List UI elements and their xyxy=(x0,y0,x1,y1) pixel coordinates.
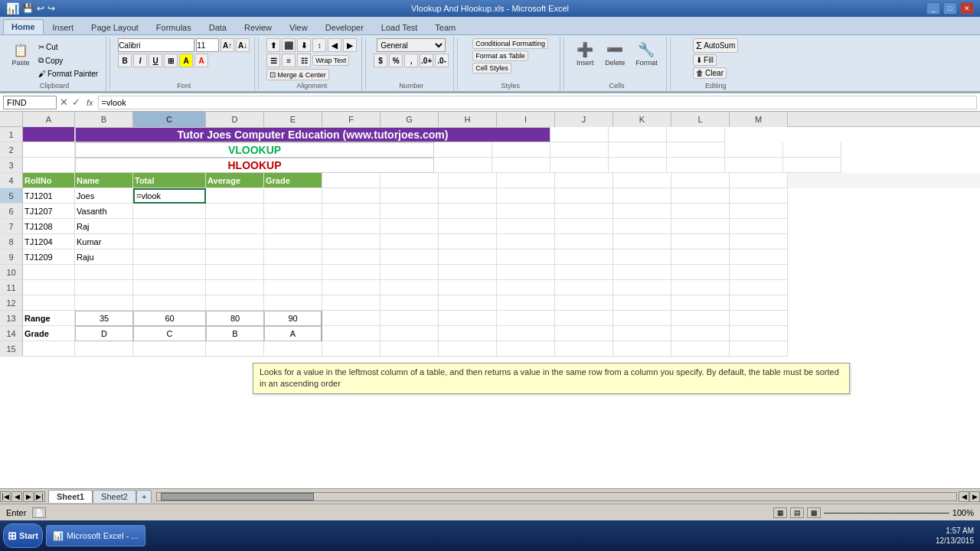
sheet-tab-1[interactable]: Sheet1 xyxy=(48,490,93,503)
cell-a2[interactable] xyxy=(23,142,75,158)
tab-home[interactable]: Home xyxy=(3,19,44,34)
delete-button[interactable]: ➖ Delete xyxy=(601,38,629,69)
cell-k6[interactable] xyxy=(613,204,671,219)
cell-a12[interactable] xyxy=(23,295,75,311)
cell-b12[interactable] xyxy=(75,295,133,311)
cell-m12[interactable] xyxy=(730,295,788,311)
row-header-4[interactable]: 4 xyxy=(0,173,23,188)
cell-m8[interactable] xyxy=(730,234,788,249)
autosum-button[interactable]: Σ AutoSum xyxy=(693,38,738,53)
tab-developer[interactable]: Developer xyxy=(317,20,372,34)
align-middle-button[interactable]: ⬛ xyxy=(282,38,296,52)
cell-i10[interactable] xyxy=(497,265,555,280)
tab-data[interactable]: Data xyxy=(201,20,235,34)
align-right-button[interactable]: ☷ xyxy=(297,54,311,67)
cell-k11[interactable] xyxy=(613,280,671,295)
cell-g3[interactable] xyxy=(434,158,492,173)
cell-m4[interactable] xyxy=(730,173,788,188)
row-header-13[interactable]: 13 xyxy=(0,311,23,326)
cell-h9[interactable] xyxy=(439,249,497,265)
cell-l5[interactable] xyxy=(671,188,730,204)
cell-e11[interactable] xyxy=(264,280,322,295)
cell-f8[interactable] xyxy=(322,234,381,249)
cell-b4[interactable]: Name xyxy=(75,173,133,188)
currency-button[interactable]: $ xyxy=(374,54,387,67)
row-header-15[interactable]: 15 xyxy=(0,341,23,357)
cell-k3[interactable] xyxy=(667,158,725,173)
cell-i5[interactable] xyxy=(497,188,555,204)
wrap-text-button[interactable]: Wrap Text xyxy=(312,55,349,66)
cell-l15[interactable] xyxy=(671,341,730,357)
cut-button[interactable]: ✂ Cut xyxy=(35,41,101,53)
tab-page-layout[interactable]: Page Layout xyxy=(83,20,147,34)
cell-h6[interactable] xyxy=(439,204,497,219)
cell-i9[interactable] xyxy=(497,249,555,265)
scroll-right-button[interactable]: ▶ xyxy=(969,491,980,502)
font-name-input[interactable] xyxy=(118,38,194,52)
quick-access-undo[interactable]: ↩ xyxy=(37,3,44,14)
cell-m9[interactable] xyxy=(730,249,788,265)
cell-a5[interactable]: TJ1201 xyxy=(23,188,75,204)
row-header-11[interactable]: 11 xyxy=(0,280,23,295)
cancel-formula-button[interactable]: ✕ xyxy=(58,96,70,108)
cell-j7[interactable] xyxy=(555,219,613,234)
col-header-i[interactable]: I xyxy=(497,112,555,127)
cell-i4[interactable] xyxy=(497,173,555,188)
cell-m5[interactable] xyxy=(730,188,788,204)
cell-f4[interactable] xyxy=(322,173,381,188)
cell-a6[interactable]: TJ1207 xyxy=(23,204,75,219)
cell-d10[interactable] xyxy=(206,265,264,280)
cell-e6[interactable] xyxy=(264,204,322,219)
cell-m1[interactable] xyxy=(667,127,725,142)
scroll-thumb[interactable] xyxy=(161,493,314,500)
cell-b8[interactable]: Kumar xyxy=(75,234,133,249)
cell-g4[interactable] xyxy=(381,173,439,188)
cell-l3[interactable] xyxy=(725,158,783,173)
cell-h2[interactable] xyxy=(492,142,550,158)
cell-i3[interactable] xyxy=(550,158,609,173)
cell-b11[interactable] xyxy=(75,280,133,295)
sheet-nav-first[interactable]: |◀ xyxy=(0,491,11,502)
row-header-3[interactable]: 3 xyxy=(0,158,23,173)
cell-k1[interactable] xyxy=(550,127,609,142)
cell-j2[interactable] xyxy=(609,142,667,158)
cell-f10[interactable] xyxy=(322,265,381,280)
col-header-a[interactable]: A xyxy=(23,112,75,127)
cell-g6[interactable] xyxy=(381,204,439,219)
cell-b10[interactable] xyxy=(75,265,133,280)
cell-g10[interactable] xyxy=(381,265,439,280)
sheet-nav-last[interactable]: ▶| xyxy=(34,491,45,502)
horizontal-scrollbar[interactable] xyxy=(155,491,959,503)
cell-a8[interactable]: TJ1204 xyxy=(23,234,75,249)
cell-c8[interactable] xyxy=(133,234,206,249)
cell-h5[interactable] xyxy=(439,188,497,204)
cell-m7[interactable] xyxy=(730,219,788,234)
cell-b9[interactable]: Raju xyxy=(75,249,133,265)
cell-d11[interactable] xyxy=(206,280,264,295)
cell-g5[interactable] xyxy=(381,188,439,204)
cell-k14[interactable] xyxy=(613,326,671,341)
cell-f12[interactable] xyxy=(322,295,381,311)
quick-access-save[interactable]: 💾 xyxy=(22,3,34,14)
scroll-left-button[interactable]: ◀ xyxy=(959,491,969,502)
col-header-k[interactable]: K xyxy=(613,112,671,127)
cell-k7[interactable] xyxy=(613,219,671,234)
cell-l11[interactable] xyxy=(671,280,730,295)
cell-c9[interactable] xyxy=(133,249,206,265)
align-left-button[interactable]: ☰ xyxy=(266,54,280,67)
cell-h8[interactable] xyxy=(439,234,497,249)
cell-f9[interactable] xyxy=(322,249,381,265)
cell-k2[interactable] xyxy=(667,142,725,158)
cell-a4[interactable]: RollNo xyxy=(23,173,75,188)
cell-l7[interactable] xyxy=(671,219,730,234)
col-header-e[interactable]: E xyxy=(264,112,322,127)
text-direction-button[interactable]: ↕ xyxy=(312,38,326,52)
cell-a13[interactable]: Range xyxy=(23,311,75,326)
tab-insert[interactable]: Insert xyxy=(44,20,83,34)
cell-k8[interactable] xyxy=(613,234,671,249)
number-format-dropdown[interactable]: General xyxy=(377,38,446,52)
page-layout-view-button[interactable]: ▤ xyxy=(790,507,804,518)
insert-button[interactable]: ➕ Insert xyxy=(572,38,598,69)
cell-d4[interactable]: Average xyxy=(206,173,264,188)
cell-d14[interactable]: B xyxy=(206,326,264,341)
